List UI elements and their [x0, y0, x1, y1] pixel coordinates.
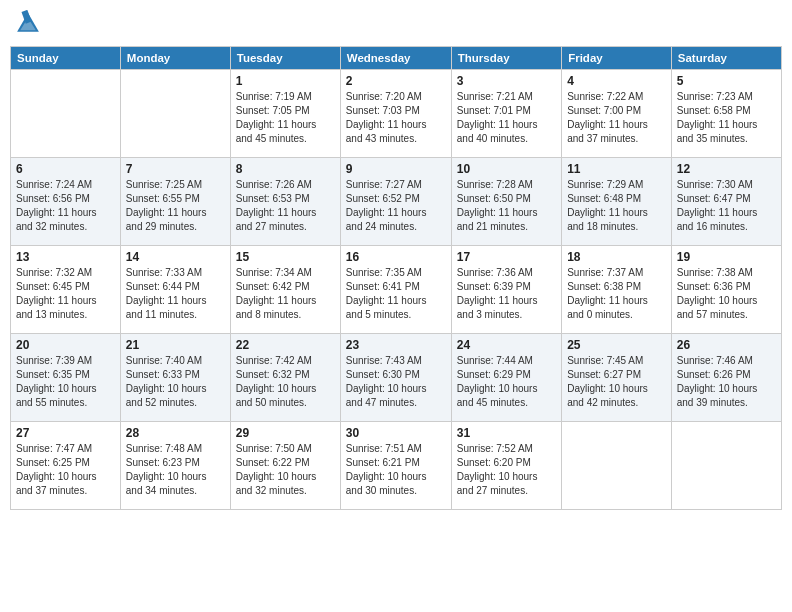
day-info: Sunrise: 7:21 AM Sunset: 7:01 PM Dayligh… [457, 90, 556, 146]
day-number: 22 [236, 338, 335, 352]
day-number: 7 [126, 162, 225, 176]
calendar-cell: 28Sunrise: 7:48 AM Sunset: 6:23 PM Dayli… [120, 422, 230, 510]
calendar-cell: 12Sunrise: 7:30 AM Sunset: 6:47 PM Dayli… [671, 158, 781, 246]
calendar-cell: 15Sunrise: 7:34 AM Sunset: 6:42 PM Dayli… [230, 246, 340, 334]
day-info: Sunrise: 7:28 AM Sunset: 6:50 PM Dayligh… [457, 178, 556, 234]
calendar-cell: 11Sunrise: 7:29 AM Sunset: 6:48 PM Dayli… [562, 158, 672, 246]
day-info: Sunrise: 7:42 AM Sunset: 6:32 PM Dayligh… [236, 354, 335, 410]
page: SundayMondayTuesdayWednesdayThursdayFrid… [0, 0, 792, 612]
calendar-cell: 21Sunrise: 7:40 AM Sunset: 6:33 PM Dayli… [120, 334, 230, 422]
day-number: 6 [16, 162, 115, 176]
day-number: 24 [457, 338, 556, 352]
day-info: Sunrise: 7:46 AM Sunset: 6:26 PM Dayligh… [677, 354, 776, 410]
calendar-header-row: SundayMondayTuesdayWednesdayThursdayFrid… [11, 47, 782, 70]
day-number: 29 [236, 426, 335, 440]
calendar-cell: 18Sunrise: 7:37 AM Sunset: 6:38 PM Dayli… [562, 246, 672, 334]
calendar-week-1: 1Sunrise: 7:19 AM Sunset: 7:05 PM Daylig… [11, 70, 782, 158]
day-info: Sunrise: 7:37 AM Sunset: 6:38 PM Dayligh… [567, 266, 666, 322]
calendar-cell: 6Sunrise: 7:24 AM Sunset: 6:56 PM Daylig… [11, 158, 121, 246]
day-info: Sunrise: 7:44 AM Sunset: 6:29 PM Dayligh… [457, 354, 556, 410]
col-header-sunday: Sunday [11, 47, 121, 70]
col-header-tuesday: Tuesday [230, 47, 340, 70]
calendar-week-4: 20Sunrise: 7:39 AM Sunset: 6:35 PM Dayli… [11, 334, 782, 422]
day-number: 25 [567, 338, 666, 352]
day-number: 27 [16, 426, 115, 440]
day-info: Sunrise: 7:23 AM Sunset: 6:58 PM Dayligh… [677, 90, 776, 146]
day-info: Sunrise: 7:22 AM Sunset: 7:00 PM Dayligh… [567, 90, 666, 146]
day-info: Sunrise: 7:30 AM Sunset: 6:47 PM Dayligh… [677, 178, 776, 234]
col-header-thursday: Thursday [451, 47, 561, 70]
calendar-cell [562, 422, 672, 510]
calendar-cell: 7Sunrise: 7:25 AM Sunset: 6:55 PM Daylig… [120, 158, 230, 246]
day-info: Sunrise: 7:27 AM Sunset: 6:52 PM Dayligh… [346, 178, 446, 234]
day-info: Sunrise: 7:33 AM Sunset: 6:44 PM Dayligh… [126, 266, 225, 322]
calendar-cell: 24Sunrise: 7:44 AM Sunset: 6:29 PM Dayli… [451, 334, 561, 422]
calendar-cell [671, 422, 781, 510]
day-info: Sunrise: 7:38 AM Sunset: 6:36 PM Dayligh… [677, 266, 776, 322]
col-header-monday: Monday [120, 47, 230, 70]
calendar-week-5: 27Sunrise: 7:47 AM Sunset: 6:25 PM Dayli… [11, 422, 782, 510]
calendar-cell: 1Sunrise: 7:19 AM Sunset: 7:05 PM Daylig… [230, 70, 340, 158]
day-number: 16 [346, 250, 446, 264]
day-info: Sunrise: 7:32 AM Sunset: 6:45 PM Dayligh… [16, 266, 115, 322]
col-header-friday: Friday [562, 47, 672, 70]
day-info: Sunrise: 7:52 AM Sunset: 6:20 PM Dayligh… [457, 442, 556, 498]
day-info: Sunrise: 7:40 AM Sunset: 6:33 PM Dayligh… [126, 354, 225, 410]
day-number: 20 [16, 338, 115, 352]
day-number: 12 [677, 162, 776, 176]
day-number: 23 [346, 338, 446, 352]
day-number: 5 [677, 74, 776, 88]
col-header-wednesday: Wednesday [340, 47, 451, 70]
day-number: 15 [236, 250, 335, 264]
day-number: 14 [126, 250, 225, 264]
day-number: 31 [457, 426, 556, 440]
day-info: Sunrise: 7:36 AM Sunset: 6:39 PM Dayligh… [457, 266, 556, 322]
calendar-table: SundayMondayTuesdayWednesdayThursdayFrid… [10, 46, 782, 510]
day-info: Sunrise: 7:34 AM Sunset: 6:42 PM Dayligh… [236, 266, 335, 322]
day-info: Sunrise: 7:51 AM Sunset: 6:21 PM Dayligh… [346, 442, 446, 498]
calendar-cell: 5Sunrise: 7:23 AM Sunset: 6:58 PM Daylig… [671, 70, 781, 158]
day-number: 11 [567, 162, 666, 176]
calendar-cell: 30Sunrise: 7:51 AM Sunset: 6:21 PM Dayli… [340, 422, 451, 510]
calendar-cell: 9Sunrise: 7:27 AM Sunset: 6:52 PM Daylig… [340, 158, 451, 246]
day-info: Sunrise: 7:35 AM Sunset: 6:41 PM Dayligh… [346, 266, 446, 322]
day-number: 4 [567, 74, 666, 88]
calendar-cell: 20Sunrise: 7:39 AM Sunset: 6:35 PM Dayli… [11, 334, 121, 422]
calendar-cell: 13Sunrise: 7:32 AM Sunset: 6:45 PM Dayli… [11, 246, 121, 334]
day-info: Sunrise: 7:24 AM Sunset: 6:56 PM Dayligh… [16, 178, 115, 234]
calendar-cell: 2Sunrise: 7:20 AM Sunset: 7:03 PM Daylig… [340, 70, 451, 158]
calendar-cell: 29Sunrise: 7:50 AM Sunset: 6:22 PM Dayli… [230, 422, 340, 510]
calendar-cell [120, 70, 230, 158]
day-number: 2 [346, 74, 446, 88]
calendar-cell: 17Sunrise: 7:36 AM Sunset: 6:39 PM Dayli… [451, 246, 561, 334]
day-number: 19 [677, 250, 776, 264]
calendar-cell: 31Sunrise: 7:52 AM Sunset: 6:20 PM Dayli… [451, 422, 561, 510]
day-number: 18 [567, 250, 666, 264]
calendar-cell [11, 70, 121, 158]
day-info: Sunrise: 7:50 AM Sunset: 6:22 PM Dayligh… [236, 442, 335, 498]
day-number: 9 [346, 162, 446, 176]
day-number: 3 [457, 74, 556, 88]
day-info: Sunrise: 7:26 AM Sunset: 6:53 PM Dayligh… [236, 178, 335, 234]
calendar-cell: 19Sunrise: 7:38 AM Sunset: 6:36 PM Dayli… [671, 246, 781, 334]
day-number: 28 [126, 426, 225, 440]
day-info: Sunrise: 7:48 AM Sunset: 6:23 PM Dayligh… [126, 442, 225, 498]
col-header-saturday: Saturday [671, 47, 781, 70]
calendar-cell: 8Sunrise: 7:26 AM Sunset: 6:53 PM Daylig… [230, 158, 340, 246]
calendar-cell: 23Sunrise: 7:43 AM Sunset: 6:30 PM Dayli… [340, 334, 451, 422]
day-info: Sunrise: 7:29 AM Sunset: 6:48 PM Dayligh… [567, 178, 666, 234]
day-info: Sunrise: 7:20 AM Sunset: 7:03 PM Dayligh… [346, 90, 446, 146]
header [10, 10, 782, 38]
calendar-cell: 10Sunrise: 7:28 AM Sunset: 6:50 PM Dayli… [451, 158, 561, 246]
logo [14, 10, 44, 38]
day-number: 26 [677, 338, 776, 352]
day-info: Sunrise: 7:47 AM Sunset: 6:25 PM Dayligh… [16, 442, 115, 498]
calendar-week-2: 6Sunrise: 7:24 AM Sunset: 6:56 PM Daylig… [11, 158, 782, 246]
day-info: Sunrise: 7:19 AM Sunset: 7:05 PM Dayligh… [236, 90, 335, 146]
calendar-cell: 22Sunrise: 7:42 AM Sunset: 6:32 PM Dayli… [230, 334, 340, 422]
calendar-cell: 3Sunrise: 7:21 AM Sunset: 7:01 PM Daylig… [451, 70, 561, 158]
day-number: 13 [16, 250, 115, 264]
calendar-week-3: 13Sunrise: 7:32 AM Sunset: 6:45 PM Dayli… [11, 246, 782, 334]
day-number: 10 [457, 162, 556, 176]
day-number: 17 [457, 250, 556, 264]
